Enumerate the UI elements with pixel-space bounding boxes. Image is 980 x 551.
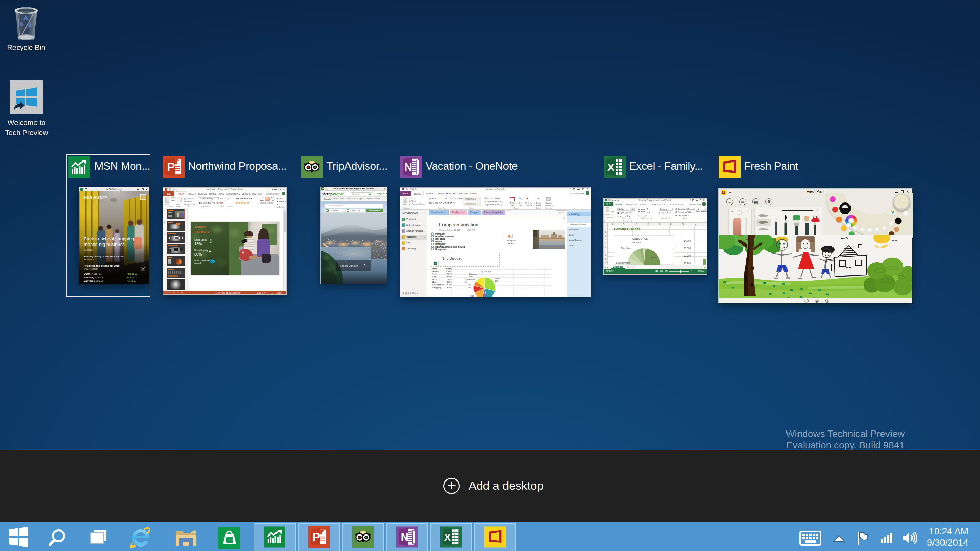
- svg-text:N: N: [401, 531, 408, 543]
- svg-text:P: P: [167, 160, 175, 173]
- svg-text:P: P: [313, 531, 320, 543]
- svg-text:X: X: [608, 161, 614, 173]
- svg-text:N: N: [404, 161, 412, 173]
- svg-text:X: X: [444, 532, 451, 543]
